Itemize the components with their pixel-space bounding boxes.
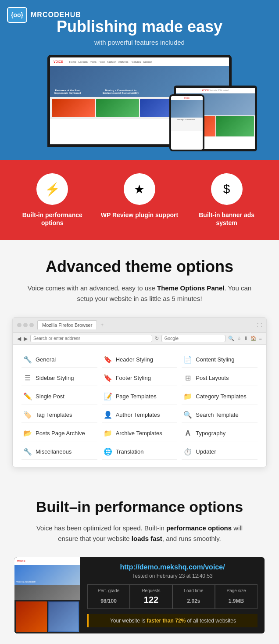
search-icon[interactable]: 🔍 — [228, 336, 234, 341]
metric-perf-grade-unit: /100 — [107, 598, 117, 604]
option-typography[interactable]: A Typography — [182, 426, 258, 441]
option-translation-label: Translation — [116, 448, 144, 455]
browser-toolbar: ◀ ▶ ↻ 🔍 ☆ ⬇ 🏠 ≡ — [13, 333, 266, 345]
speed-message: Your website is faster than 72% of all t… — [87, 614, 258, 627]
download-icon[interactable]: ⬇ — [244, 336, 248, 341]
metric-requests: Requests 122 — [130, 584, 172, 609]
layout-icon: ⊞ — [183, 374, 192, 382]
option-general[interactable]: 🔧 General — [21, 352, 97, 368]
option-miscellaneous[interactable]: 🔧 Miscellaneous — [21, 444, 97, 460]
option-updater-label: Updater — [196, 448, 216, 455]
option-sidebar-styling[interactable]: ☰ Sidebar Styling — [21, 370, 97, 386]
refresh-icon[interactable]: ↻ — [155, 336, 159, 341]
metric-load-time-label: Load time — [178, 588, 209, 593]
feature-review-label: WP Review plugin support — [100, 211, 179, 219]
back-icon[interactable]: ◀ — [17, 336, 21, 342]
menu-icon[interactable]: ≡ — [259, 336, 262, 341]
option-archive-templates[interactable]: 📁 Archive Templates — [102, 426, 178, 441]
search-input[interactable] — [161, 335, 225, 342]
metric-page-size-value: 1.9MB — [221, 595, 252, 605]
thumb-img2 — [14, 585, 80, 600]
hero-section: {oo} MRCODEHUB Publishing made easy with… — [0, 0, 279, 160]
ato-description: Voice comes with an advanced, easy to us… — [25, 283, 254, 304]
metric-requests-label: Requests — [136, 588, 167, 593]
url-input[interactable] — [30, 335, 152, 342]
option-header-styling-label: Header Styling — [116, 356, 153, 363]
option-tag-templates[interactable]: 🏷️ Tag Templates — [21, 407, 97, 423]
option-author-templates[interactable]: 👤 Author Templates — [102, 407, 178, 423]
feature-review: ★ WP Review plugin support — [100, 173, 179, 219]
perf-desc-bold2: loads fast — [132, 535, 162, 542]
option-updater[interactable]: ⏱️ Updater — [182, 444, 258, 460]
option-sidebar-styling-label: Sidebar Styling — [36, 375, 74, 381]
metric-perf-grade-value: 98/100 — [93, 595, 124, 605]
forward-icon[interactable]: ▶ — [24, 336, 28, 342]
option-archive-templates-label: Archive Templates — [116, 430, 162, 436]
bookmark2-icon: 🔖 — [104, 374, 112, 382]
home-icon[interactable]: 🏠 — [250, 336, 257, 341]
thumb-nav: VOICE — [14, 557, 80, 565]
edit-icon: ✏️ — [23, 392, 32, 401]
expand-icon[interactable]: ⛶ — [257, 322, 262, 328]
page-icon: 📄 — [183, 355, 192, 364]
option-posts-archive[interactable]: 📂 Posts Page Archive — [21, 426, 97, 441]
tag-icon: 🏷️ — [23, 411, 32, 419]
option-tag-templates-label: Tag Templates — [36, 411, 72, 418]
metric-page-size-unit: MB — [236, 598, 244, 604]
options-grid: 🔧 General 🔖 Header Styling 📄 Content Sty… — [21, 352, 258, 460]
performance-section: Built–in performance options Voice has b… — [0, 480, 279, 644]
browser-tab[interactable]: Mozilla Firefox Browser — [37, 320, 97, 329]
browser-dot-1 — [17, 323, 21, 327]
option-footer-styling[interactable]: 🔖 Footer Styling — [102, 370, 178, 386]
metric-load-time: Load time 2.02s — [172, 584, 215, 609]
metric-load-time-value: 2.02s — [178, 595, 209, 605]
option-miscellaneous-label: Miscellaneous — [36, 448, 72, 455]
speed-card-thumbnail: VOICE Voice is 30% faster! — [14, 557, 80, 633]
browser-bar: Mozilla Firefox Browser + ⛶ — [13, 318, 266, 333]
ato-title: Advanced theme options — [9, 258, 270, 276]
ato-desc-bold: Theme Options Panel — [157, 284, 224, 292]
user-icon: 👤 — [104, 411, 112, 419]
option-author-templates-label: Author Templates — [116, 411, 160, 418]
option-translation[interactable]: 🌐 Translation — [102, 444, 178, 460]
performance-icon-circle: ⚡ — [36, 173, 68, 205]
perf-desc-end: , and runs smoothly. — [162, 535, 221, 542]
search2-icon: 🔍 — [183, 411, 192, 419]
option-single-post-label: Single Post — [36, 393, 64, 400]
option-category-templates-label: Category Templates — [196, 393, 246, 400]
option-content-styling-label: Content Styling — [196, 356, 234, 363]
option-typography-label: Typography — [196, 430, 225, 436]
option-single-post[interactable]: ✏️ Single Post — [21, 389, 97, 404]
browser-dot-2 — [23, 323, 28, 327]
option-search-template[interactable]: 🔍 Search Template — [182, 407, 258, 423]
option-post-layouts[interactable]: ⊞ Post Layouts — [182, 370, 258, 386]
browser-mockup: Mozilla Firefox Browser + ⛶ ◀ ▶ ↻ 🔍 ☆ ⬇ … — [12, 317, 267, 467]
speed-message-bold: faster than 72% — [147, 618, 186, 624]
timer-icon: ⏱️ — [183, 447, 192, 456]
archive-icon: 📂 — [23, 429, 32, 437]
speed-card-info: http://demo.mekshq.com/voice/ Tested on … — [80, 557, 265, 633]
bookmark-filled-icon: 🔖 — [104, 355, 112, 364]
metric-requests-value: 122 — [136, 595, 167, 605]
option-page-templates-label: Page Templates — [116, 393, 157, 400]
option-header-styling[interactable]: 🔖 Header Styling — [102, 352, 178, 368]
option-page-templates[interactable]: 📝 Page Templates — [102, 389, 178, 404]
speed-metrics: Perf. grade 98/100 Requests 122 Load tim… — [87, 584, 258, 609]
speed-message-plain: Your website is — [110, 618, 147, 624]
new-tab-icon[interactable]: + — [100, 322, 104, 328]
thumb-img1: Voice is 30% faster! — [14, 565, 80, 585]
metric-page-size: Page size 1.9MB — [215, 584, 258, 609]
doc-icon: 📝 — [104, 392, 112, 401]
mockup-nav: VOICE Home · Layouts · Posts · Food · Fa… — [50, 57, 229, 66]
option-category-templates[interactable]: 📁 Category Templates — [182, 389, 258, 404]
metric-page-size-label: Page size — [221, 588, 252, 593]
metric-perf-grade: Perf. grade 98/100 — [87, 584, 130, 609]
option-content-styling[interactable]: 📄 Content Styling — [182, 352, 258, 368]
metric-perf-grade-label: Perf. grade — [93, 588, 124, 593]
hero-mockup: VOICE Home · Layouts · Posts · Food · Fa… — [9, 55, 270, 151]
feature-performance-label: Built-in performance options — [13, 211, 92, 227]
logo-icon: {oo} — [7, 7, 27, 23]
logo-text: MRCODEHUB — [31, 11, 81, 19]
typography-icon: A — [183, 429, 192, 437]
bookmark-icon[interactable]: ☆ — [237, 336, 241, 341]
